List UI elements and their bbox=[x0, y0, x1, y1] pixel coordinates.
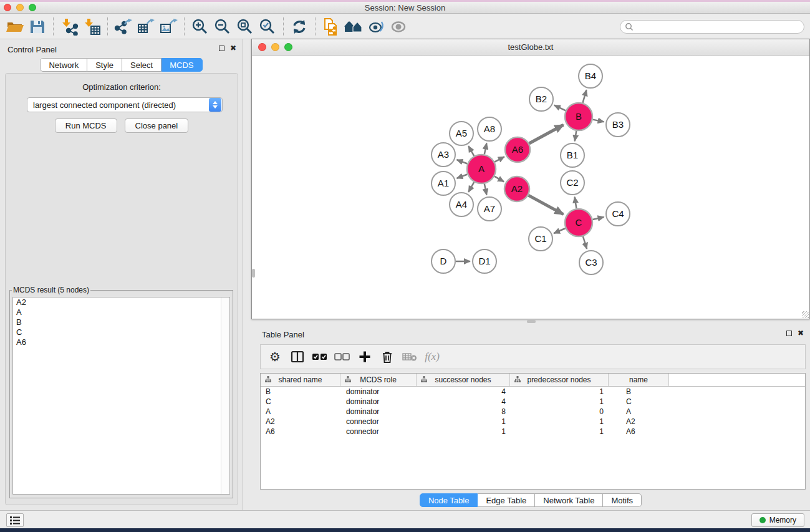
network-window-titlebar[interactable]: testGlobe.txt bbox=[252, 39, 809, 56]
save-session-button[interactable] bbox=[26, 17, 49, 37]
table-cell[interactable]: 1 bbox=[510, 387, 609, 397]
graph-node-C[interactable]: C bbox=[565, 209, 592, 236]
tab-network-table[interactable]: Network Table bbox=[535, 493, 603, 507]
graph-node-B1[interactable]: B1 bbox=[561, 143, 584, 167]
graph-edge-A-A6[interactable] bbox=[494, 157, 504, 162]
table-cell[interactable]: 1 bbox=[417, 427, 510, 437]
graph-node-B3[interactable]: B3 bbox=[606, 113, 630, 137]
new-session-from-network-button[interactable] bbox=[320, 17, 342, 37]
graph-node-C2[interactable]: C2 bbox=[561, 171, 584, 195]
table-row[interactable]: A6connector11A6 bbox=[261, 427, 805, 437]
export-image-button[interactable] bbox=[157, 17, 180, 37]
open-file-button[interactable] bbox=[4, 17, 26, 37]
graph-node-A1[interactable]: A1 bbox=[432, 172, 455, 195]
float-panel-icon[interactable] bbox=[786, 331, 792, 336]
window-resize-grip[interactable] bbox=[802, 311, 809, 318]
table-cell[interactable]: 4 bbox=[417, 397, 510, 407]
graph-node-B4[interactable]: B4 bbox=[579, 64, 602, 88]
graph-edge-B-B3[interactable] bbox=[593, 120, 604, 122]
optimization-criterion-select[interactable]: largest connected component (directed) bbox=[27, 97, 223, 112]
search-input[interactable] bbox=[637, 22, 793, 31]
table-row[interactable]: A2connector11A2 bbox=[261, 417, 805, 427]
table-cell[interactable]: C bbox=[609, 397, 669, 407]
scrollbar-thumb[interactable] bbox=[252, 269, 255, 278]
graph-node-A4[interactable]: A4 bbox=[450, 193, 473, 216]
tab-style[interactable]: Style bbox=[87, 58, 122, 72]
table-cell[interactable]: 4 bbox=[417, 387, 510, 397]
tab-motifs[interactable]: Motifs bbox=[603, 493, 642, 507]
home-button[interactable] bbox=[342, 17, 365, 37]
graph-edge-A-A4[interactable] bbox=[468, 182, 474, 192]
task-history-button[interactable] bbox=[6, 513, 24, 527]
table-cell[interactable]: 1 bbox=[510, 427, 609, 437]
table-row[interactable]: Bdominator41B bbox=[261, 387, 805, 397]
table-cell[interactable]: dominator bbox=[340, 387, 417, 397]
table-cell[interactable]: A2 bbox=[261, 417, 340, 427]
export-table-button[interactable] bbox=[135, 17, 157, 37]
import-table-button[interactable] bbox=[80, 17, 103, 37]
graph-node-B2[interactable]: B2 bbox=[529, 87, 553, 111]
mcds-result-item[interactable]: A6 bbox=[13, 337, 229, 347]
network-canvas[interactable]: ABCA2A6A1A3A4A5A7A8B1B2B3B4C1C2C3C4DD1 bbox=[252, 56, 809, 319]
mcds-result-item[interactable]: A bbox=[13, 307, 229, 317]
delete-row-button[interactable] bbox=[378, 348, 397, 365]
column-header-MCDS-role[interactable]: MCDS role bbox=[340, 374, 417, 386]
import-network-button[interactable] bbox=[58, 17, 80, 37]
show-column-button[interactable] bbox=[288, 348, 307, 365]
graph-node-A6[interactable]: A6 bbox=[505, 137, 530, 162]
tab-node-table[interactable]: Node Table bbox=[420, 493, 478, 507]
table-cell[interactable]: connector bbox=[340, 427, 417, 437]
table-cell[interactable]: A6 bbox=[609, 427, 669, 437]
graph-edge-C-C1[interactable] bbox=[554, 228, 566, 233]
float-panel-icon[interactable] bbox=[219, 46, 224, 51]
tab-select[interactable]: Select bbox=[122, 58, 162, 72]
table-cell[interactable]: 1 bbox=[510, 417, 609, 427]
graph-edge-A-A7[interactable] bbox=[485, 184, 487, 195]
graph-edge-C-C2[interactable] bbox=[575, 197, 577, 209]
mcds-result-item[interactable]: C bbox=[13, 327, 229, 337]
table-cell[interactable]: 0 bbox=[510, 407, 609, 417]
graph-node-A2[interactable]: A2 bbox=[504, 177, 529, 201]
table-cell[interactable]: dominator bbox=[340, 397, 417, 407]
memory-button[interactable]: Memory bbox=[751, 513, 804, 527]
column-header-shared-name[interactable]: shared name bbox=[261, 374, 340, 386]
deselect-all-button[interactable] bbox=[333, 348, 352, 365]
show-hide-panels-button[interactable] bbox=[365, 17, 387, 37]
column-header-successor-nodes[interactable]: successor nodes bbox=[417, 374, 510, 386]
zoom-selected-button[interactable] bbox=[256, 17, 279, 37]
table-cell[interactable]: C bbox=[261, 397, 340, 407]
mcds-result-list[interactable]: A2ABCA6 bbox=[12, 297, 230, 495]
zoom-fit-button[interactable] bbox=[234, 17, 256, 37]
close-panel-icon[interactable]: ✖ bbox=[230, 45, 236, 51]
graph-node-C1[interactable]: C1 bbox=[529, 227, 552, 251]
table-row[interactable]: Adominator80A bbox=[261, 407, 805, 417]
graph-edge-A-A3[interactable] bbox=[457, 160, 468, 163]
export-network-button[interactable] bbox=[112, 17, 135, 37]
graph-node-A5[interactable]: A5 bbox=[450, 122, 473, 145]
graph-node-B[interactable]: B bbox=[565, 103, 592, 130]
column-header-name[interactable]: name bbox=[609, 374, 669, 386]
run-mcds-button[interactable]: Run MCDS bbox=[55, 118, 117, 133]
graph-edge-A-A5[interactable] bbox=[468, 146, 474, 156]
tab-mcds[interactable]: MCDS bbox=[162, 58, 202, 72]
graph-edge-C-C3[interactable] bbox=[583, 236, 587, 249]
close-panel-icon[interactable]: ✖ bbox=[798, 330, 804, 336]
tab-edge-table[interactable]: Edge Table bbox=[478, 493, 535, 507]
graph-edge-A6-B[interactable] bbox=[529, 125, 564, 143]
tab-network[interactable]: Network bbox=[40, 58, 87, 72]
table-cell[interactable]: A bbox=[261, 407, 340, 417]
graph-edge-A-A1[interactable] bbox=[457, 175, 468, 178]
graph-edge-A2-C[interactable] bbox=[528, 195, 563, 215]
mcds-list-scrollbar[interactable] bbox=[221, 297, 229, 494]
table-cell[interactable]: B bbox=[609, 387, 669, 397]
table-cell[interactable]: connector bbox=[340, 417, 417, 427]
table-cell[interactable]: 1 bbox=[417, 417, 510, 427]
delete-table-button[interactable] bbox=[400, 348, 419, 365]
graph-node-A3[interactable]: A3 bbox=[432, 143, 455, 167]
table-options-button[interactable]: ⚙ bbox=[266, 348, 284, 365]
table-cell[interactable]: B bbox=[261, 387, 340, 397]
table-row[interactable]: Cdominator41C bbox=[261, 397, 805, 407]
zoom-out-button[interactable] bbox=[211, 17, 234, 37]
table-cell[interactable]: A bbox=[609, 407, 669, 417]
table-cell[interactable]: 1 bbox=[510, 397, 609, 407]
